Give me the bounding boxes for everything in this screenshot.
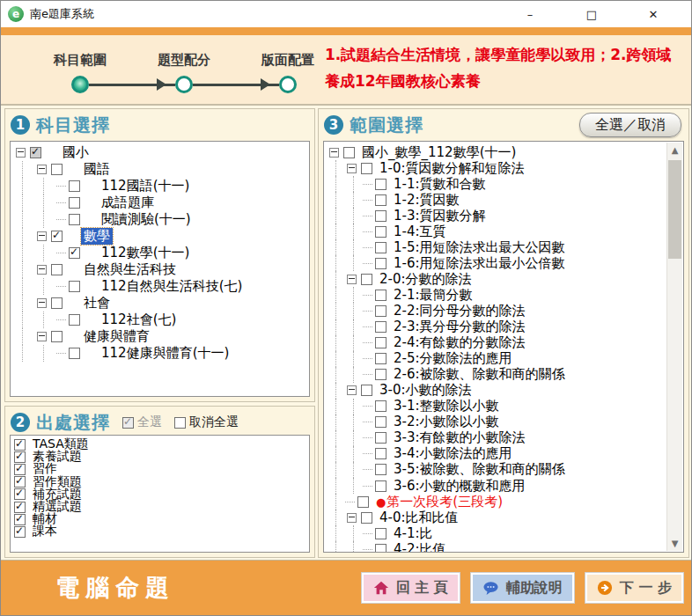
tree-item[interactable]: 112健康與體育(十一)	[14, 345, 309, 362]
tree-item[interactable]: 112社會(七)	[14, 312, 309, 328]
checkbox[interactable]	[375, 416, 386, 428]
tree-item[interactable]: 2-6:被除數、除數和商的關係	[328, 367, 667, 383]
expand-toggle-icon[interactable]	[347, 164, 357, 173]
checkbox[interactable]	[375, 194, 386, 206]
tree-item[interactable]: 112國語(十一)	[14, 178, 309, 194]
tree-item[interactable]: 3-1:整數除以小數	[328, 399, 667, 414]
tree-item[interactable]: 3-5:被除數、除數和商的關係	[328, 462, 667, 478]
checkbox[interactable]	[375, 290, 386, 301]
tree-item[interactable]: 112自然與生活科技(七)	[14, 278, 309, 295]
checkbox[interactable]	[69, 314, 80, 326]
tree-item[interactable]: 自然與生活科技	[14, 261, 309, 278]
tree-item[interactable]: 國小_數學_112數學(十一)	[328, 144, 667, 160]
tree-item[interactable]: 4-0:比和比值	[328, 510, 667, 525]
tree-item[interactable]: 1-4:互質	[328, 224, 667, 239]
checkbox[interactable]	[30, 147, 41, 158]
tree-item[interactable]: 3-4:小數除法的應用	[328, 446, 667, 462]
expand-toggle-icon[interactable]	[37, 332, 47, 341]
checkbox[interactable]	[361, 512, 372, 524]
tree-item[interactable]: 3-0:小數的除法	[328, 383, 667, 399]
tree-item[interactable]: 1-1:質數和合數	[328, 176, 667, 192]
checkbox[interactable]	[14, 476, 26, 488]
checkbox[interactable]	[357, 496, 369, 508]
checkbox[interactable]	[14, 464, 26, 475]
tree-item[interactable]: 112數學(十一)	[14, 245, 309, 261]
expand-toggle-icon[interactable]	[347, 385, 357, 395]
tree-item[interactable]: 2-2:同分母分數的除法	[328, 303, 667, 319]
checkbox[interactable]	[375, 448, 386, 459]
checkbox[interactable]	[14, 488, 26, 500]
tree-item[interactable]: 3-3:有餘數的小數除法	[328, 430, 667, 446]
checkbox[interactable]	[375, 544, 386, 553]
checkbox[interactable]	[14, 451, 26, 463]
tree-item[interactable]: 社會	[14, 295, 309, 312]
checkbox[interactable]	[51, 264, 63, 275]
checkbox[interactable]	[69, 247, 80, 259]
close-button[interactable]: ✕	[622, 1, 684, 27]
checkbox[interactable]	[69, 348, 80, 359]
checkbox[interactable]	[14, 439, 26, 451]
checkbox[interactable]	[51, 164, 63, 175]
scroll-down-icon[interactable]: ▼	[667, 536, 682, 551]
checkbox[interactable]	[375, 210, 386, 222]
checkbox[interactable]	[14, 526, 26, 538]
maximize-button[interactable]: □	[561, 1, 622, 27]
tree-item[interactable]: 2-0:分數的除法	[328, 271, 667, 287]
home-button[interactable]: 回 主 頁	[362, 573, 460, 603]
checkbox[interactable]	[69, 197, 80, 209]
tree-item[interactable]: 3-2:小數除以小數	[328, 414, 667, 430]
deselect-all-option[interactable]: 取消全選	[174, 414, 239, 430]
scroll-up-icon[interactable]: ▲	[667, 143, 682, 158]
expand-toggle-icon[interactable]	[347, 275, 357, 284]
expand-toggle-icon[interactable]	[37, 231, 47, 241]
tree-item[interactable]: 2-3:異分母分數的除法	[328, 319, 667, 335]
select-all-checkbox[interactable]	[122, 417, 134, 429]
tree-item[interactable]: 健康與體育	[14, 328, 309, 345]
checkbox[interactable]	[69, 180, 80, 192]
checkbox[interactable]	[361, 163, 372, 174]
tree-item[interactable]: 數學	[14, 228, 309, 245]
tree-item[interactable]: 1-6:用短除法求出最小公倍數	[328, 255, 667, 271]
tree-item[interactable]: 4-1:比	[328, 525, 667, 541]
expand-toggle-icon[interactable]	[37, 298, 47, 308]
checkbox[interactable]	[375, 353, 386, 364]
checkbox[interactable]	[51, 231, 63, 242]
checkbox[interactable]	[375, 369, 386, 380]
deselect-all-checkbox[interactable]	[174, 417, 186, 429]
tree-item[interactable]: ●第一次段考(三段考)	[328, 494, 667, 510]
checkbox[interactable]	[14, 514, 26, 525]
next-step-button[interactable]: 下 一 步	[585, 573, 683, 603]
tree-item[interactable]: 1-2:質因數	[328, 192, 667, 208]
checkbox[interactable]	[361, 274, 372, 285]
scrollbar-thumb[interactable]	[668, 160, 681, 259]
expand-toggle-icon[interactable]	[329, 148, 339, 158]
tree-item[interactable]: 1-0:質因數分解和短除法	[328, 160, 667, 176]
checkbox[interactable]	[343, 147, 355, 158]
tree-item[interactable]: 國小	[14, 144, 309, 161]
tree-item[interactable]: 3-6:小數的概數和應用	[328, 478, 667, 494]
expand-toggle-icon[interactable]	[37, 265, 47, 275]
checkbox[interactable]	[375, 400, 386, 412]
tree-item[interactable]: 國語	[14, 161, 309, 178]
tree-item[interactable]: 成語題庫	[14, 194, 309, 211]
checkbox[interactable]	[375, 226, 386, 238]
checkbox[interactable]	[375, 179, 386, 190]
help-button[interactable]: 輔助說明	[471, 573, 574, 603]
tree-item[interactable]: 2-1:最簡分數	[328, 287, 667, 303]
checkbox[interactable]	[69, 214, 80, 225]
checkbox[interactable]	[375, 528, 386, 539]
checkbox[interactable]	[375, 464, 386, 475]
checkbox[interactable]	[51, 297, 63, 309]
checkbox[interactable]	[51, 331, 63, 342]
checkbox[interactable]	[375, 305, 386, 317]
checkbox[interactable]	[375, 337, 386, 348]
checkbox[interactable]	[361, 385, 372, 396]
tree-item[interactable]: 1-3:質因數分解	[328, 208, 667, 224]
tree-item[interactable]: 2-4:有餘數的分數除法	[328, 335, 667, 351]
checkbox[interactable]	[375, 258, 386, 269]
checkbox[interactable]	[375, 432, 386, 444]
checkbox[interactable]	[375, 242, 386, 253]
expand-toggle-icon[interactable]	[16, 148, 26, 158]
tree-item[interactable]: 1-5:用短除法求出最大公因數	[328, 239, 667, 255]
expand-toggle-icon[interactable]	[347, 513, 357, 523]
